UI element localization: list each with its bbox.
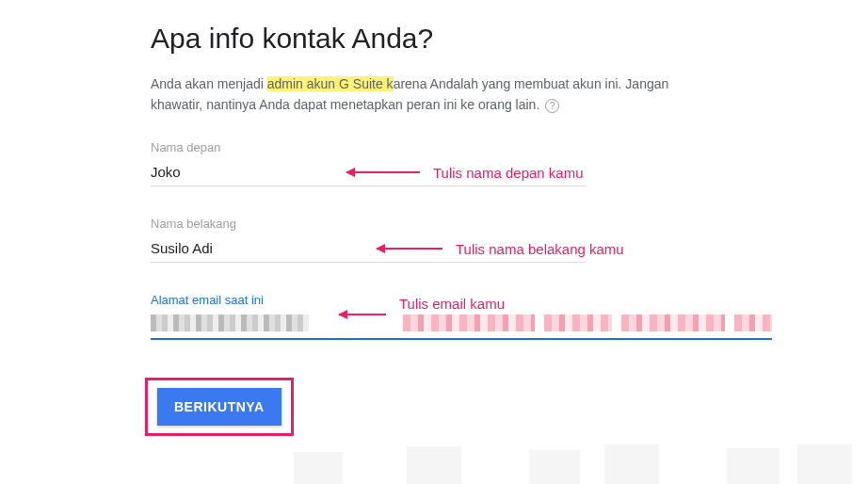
email-group: Alamat email saat ini Tulis email kamu [151,293,715,340]
first-name-annotation: Tulis nama depan kamu [346,165,584,181]
last-name-label: Nama belakang [151,217,715,231]
last-name-group: Nama belakang Tulis nama belakang kamu [151,217,715,263]
first-name-annotation-text: Tulis nama depan kamu [433,165,584,181]
redacted-pink-2 [544,315,612,331]
arrow-left-icon [339,314,386,315]
last-name-annotation: Tulis nama belakang kamu [377,241,624,257]
page-title: Apa info kontak Anda? [151,23,715,55]
next-button[interactable]: BERIKUTNYA [157,388,281,426]
arrow-left-icon [377,248,442,250]
intro-description: Anda akan menjadi admin akun G Suite kar… [151,73,715,116]
next-button-highlight: BERIKUTNYA [145,378,294,436]
redacted-pink-1 [403,315,535,331]
redacted-pink-4 [734,315,772,331]
desc-highlight: admin akun G Suite k [267,76,394,91]
redacted-gray [151,315,309,331]
last-name-annotation-text: Tulis nama belakang kamu [456,241,624,257]
email-annotation-text: Tulis email kamu [399,296,505,312]
redacted-pink-3 [621,315,725,331]
arrow-left-icon [346,171,420,173]
desc-part1: Anda akan menjadi [151,76,267,91]
help-icon[interactable]: ? [545,99,559,113]
first-name-label: Nama depan [151,140,715,154]
decorative-buildings [284,437,868,484]
email-annotation: Tulis email kamu [339,314,505,315]
first-name-group: Nama depan Tulis nama depan kamu [151,140,715,186]
